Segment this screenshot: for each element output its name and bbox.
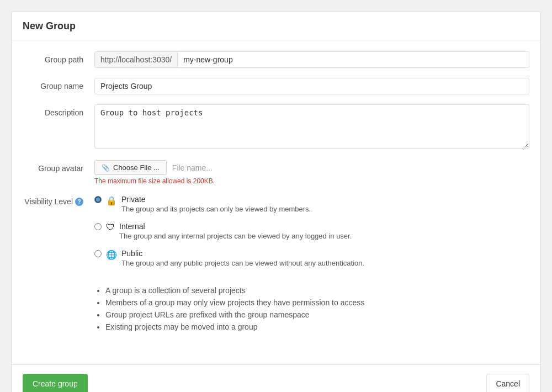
group-path-prefix: http://localhost:3030/: [95, 52, 178, 67]
visibility-section: Visibility Level ? 🔒 Private The group a…: [23, 195, 529, 276]
visibility-option-public: 🌐 Public The group and any public projec…: [94, 249, 529, 267]
visibility-option-internal: 🛡 Internal The group and any internal pr…: [94, 222, 529, 240]
avatar-control: 📎 Choose File ... File name... The maxim…: [94, 160, 529, 185]
visibility-radio-public[interactable]: [94, 250, 102, 257]
page-footer: Create group Cancel: [12, 364, 540, 392]
page-title: New Group: [23, 20, 529, 32]
info-item-3: Group project URLs are prefixed with the…: [105, 310, 529, 319]
group-path-label: Group path: [23, 51, 94, 64]
globe-icon: 🌐: [106, 250, 117, 260]
visibility-options: 🔒 Private The group and its projects can…: [94, 195, 529, 276]
file-name-placeholder: File name...: [172, 163, 213, 172]
help-icon[interactable]: ?: [75, 198, 83, 206]
group-name-label: Group name: [23, 78, 94, 91]
visibility-internal-desc: The group and any internal projects can …: [119, 232, 529, 240]
group-path-input[interactable]: [178, 52, 529, 67]
page-header: New Group: [12, 12, 540, 40]
group-name-group: Group name: [23, 78, 529, 94]
create-group-button[interactable]: Create group: [23, 374, 88, 392]
lock-icon: 🔒: [106, 195, 117, 206]
avatar-group: Group avatar 📎 Choose File ... File name…: [23, 160, 529, 185]
file-upload-row: 📎 Choose File ... File name...: [94, 160, 529, 175]
visibility-label-wrap: Visibility Level ?: [23, 195, 94, 206]
visibility-private-content: Private The group and its projects can o…: [121, 195, 529, 213]
paperclip-icon: 📎: [102, 164, 110, 172]
info-list: A group is a collection of several proje…: [94, 286, 529, 331]
visibility-public-content: Public The group and any public projects…: [121, 249, 529, 267]
description-label: Description: [23, 104, 94, 117]
visibility-label: Visibility Level: [24, 197, 73, 206]
description-textarea[interactable]: [94, 104, 529, 149]
choose-file-label: Choose File ...: [113, 163, 160, 172]
visibility-radio-private[interactable]: [94, 196, 102, 203]
avatar-label: Group avatar: [23, 160, 94, 173]
page-container: New Group Group path http://localhost:30…: [11, 11, 541, 392]
visibility-public-desc: The group and any public projects can be…: [121, 259, 529, 267]
group-path-control: http://localhost:3030/: [94, 51, 529, 68]
visibility-radio-internal[interactable]: [94, 223, 102, 230]
description-control: [94, 104, 529, 150]
info-item-2: Members of a group may only view project…: [105, 298, 529, 307]
description-group: Description: [23, 104, 529, 150]
info-item-1: A group is a collection of several proje…: [105, 286, 529, 295]
form-body: Group path http://localhost:3030/ Group …: [12, 40, 540, 364]
info-item-4: Existing projects may be moved into a gr…: [105, 322, 529, 331]
group-name-control: [94, 78, 529, 94]
group-path-wrap: http://localhost:3030/: [94, 51, 529, 68]
group-name-input[interactable]: [94, 78, 529, 94]
cancel-button[interactable]: Cancel: [486, 374, 529, 392]
choose-file-button[interactable]: 📎 Choose File ...: [94, 160, 167, 175]
visibility-internal-content: Internal The group and any internal proj…: [119, 222, 529, 240]
file-size-info: The maximum file size allowed is 200KB.: [94, 177, 529, 185]
avatar-section: 📎 Choose File ... File name... The maxim…: [94, 160, 529, 185]
group-path-group: Group path http://localhost:3030/: [23, 51, 529, 68]
visibility-private-desc: The group and its projects can only be v…: [121, 205, 529, 213]
visibility-private-name: Private: [121, 195, 529, 204]
visibility-internal-name: Internal: [119, 222, 529, 231]
shield-icon: 🛡: [106, 223, 115, 232]
visibility-public-name: Public: [121, 249, 529, 258]
visibility-option-private: 🔒 Private The group and its projects can…: [94, 195, 529, 213]
